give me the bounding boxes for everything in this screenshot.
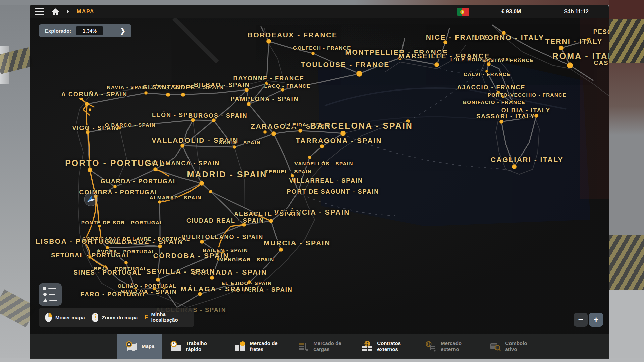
city-label[interactable]: CAS <box>594 60 609 67</box>
scene-floor <box>609 290 644 362</box>
minus-icon: − <box>578 315 583 325</box>
scene-left-wall <box>0 0 30 362</box>
zoom-in-button[interactable]: + <box>589 313 603 327</box>
city-labels: BORDEAUX - FRANCEGOLFECH - FRANCETOULOUS… <box>30 18 609 334</box>
legend-icon <box>43 287 57 302</box>
city-label[interactable]: CIUDAD REAL - SPAIN <box>186 217 264 224</box>
city-label[interactable]: AJACCIO - FRANCE <box>457 84 525 91</box>
menu-icon[interactable] <box>35 8 44 15</box>
city-label[interactable]: VANDELLÒS - SPAIN <box>294 161 353 166</box>
home-icon[interactable] <box>51 8 59 15</box>
city-label[interactable]: PAMPLONA - SPAIN <box>231 95 299 102</box>
zoom-map-hint: Zoom do mapa <box>92 313 138 322</box>
tab-contratos-externos[interactable]: Contratos externos <box>354 334 417 359</box>
game-time: Sáb 11:12 <box>564 9 589 15</box>
breadcrumb: MAPA <box>77 9 94 15</box>
city-label[interactable]: BAYONNE - FRANCE <box>233 75 304 82</box>
external-contracts-globe-icon <box>362 341 373 352</box>
city-label[interactable]: LIVORNO - ITALY <box>474 34 544 42</box>
active-convoy-icon <box>489 341 501 352</box>
city-label[interactable]: BONIFACIO - FRANCE <box>463 99 525 105</box>
bottom-tab-bar: Mapa Trabalho rápido Mercado de fretes <box>30 334 609 359</box>
city-label[interactable]: LISBOA - PORTUGAL <box>36 237 122 245</box>
city-label[interactable]: TERNI - ITALY <box>545 37 603 45</box>
city-label[interactable]: OLHÃO - PORTUGAL <box>118 283 177 289</box>
city-label[interactable]: MURCIA - SPAIN <box>264 239 331 247</box>
map-control-hints: Mover mapa Zoom do mapa F Minha localiza… <box>39 308 194 327</box>
tab-mercado-de-cargas[interactable]: Mercado de cargas <box>290 334 354 359</box>
top-bar: MAPA € 93,0M Sáb 11:12 <box>30 5 609 18</box>
city-label[interactable]: BASTIA - FRANCE <box>482 57 534 63</box>
mouse-scroll-wheel-icon <box>92 313 99 322</box>
city-label[interactable]: BURGOS - SPAIN <box>188 112 248 119</box>
city-label[interactable]: VILLARREAL - SPAIN <box>289 177 363 184</box>
city-label[interactable]: MADRID - SPAIN <box>187 170 267 179</box>
tab-mapa[interactable]: Mapa <box>117 334 162 359</box>
explored-value: 1.34% <box>76 26 103 35</box>
city-label[interactable]: TERUEL - SPAIN <box>265 168 312 174</box>
scene-ceiling <box>0 0 644 5</box>
scene-ceiling-red <box>609 0 644 19</box>
tab-mercado-de-fretes[interactable]: Mercado de fretes <box>226 334 290 359</box>
city-label[interactable]: FARO - PORTUGAL <box>80 291 147 298</box>
my-location-hint: F Minha localização <box>144 312 188 323</box>
breadcrumb-chevron-icon <box>67 10 69 14</box>
city-label[interactable]: O BARCO - SPAIN <box>105 122 156 127</box>
city-label[interactable]: GUARDA - PORTUGAL <box>101 178 177 185</box>
city-label[interactable]: PORTO - PORTUGAL <box>65 158 165 168</box>
scene-door <box>609 63 644 135</box>
city-label[interactable]: PESCARA - ITALY <box>593 28 609 36</box>
city-label[interactable]: PUERTOLLANO - SPAIN <box>181 234 263 241</box>
city-label[interactable]: BORDEAUX - FRANCE <box>248 31 338 39</box>
city-label[interactable]: PORTO-VECCHIO - FRANCE <box>488 92 567 98</box>
city-label[interactable]: SINES - PORTUGAL <box>74 269 142 276</box>
scene-right-wall <box>609 0 644 362</box>
city-label[interactable]: SORIA - SPAIN <box>219 140 261 145</box>
zoom-out-button[interactable]: − <box>574 313 588 327</box>
scene-floor-strip <box>0 358 644 362</box>
world-map[interactable]: BORDEAUX - FRANCEGOLFECH - FRANCETOULOUS… <box>30 18 609 334</box>
hazard-stripe <box>609 19 644 63</box>
player-position-marker[interactable] <box>83 192 99 208</box>
city-label[interactable]: LACQ - FRANCE <box>264 83 311 89</box>
city-label[interactable]: MÁLAGA - SPAIN <box>181 285 251 293</box>
plus-icon: + <box>593 315 598 325</box>
city-label[interactable]: TOULOUSE - FRANCE <box>301 61 390 69</box>
portugal-flag-icon <box>457 8 469 16</box>
city-label[interactable]: GOLFECH - FRANCE <box>293 45 351 51</box>
f-key-badge: F <box>144 314 148 321</box>
explored-expand-button[interactable]: ❯ <box>117 27 128 35</box>
city-label[interactable]: CALVI - FRANCE <box>464 71 511 77</box>
explored-widget: Explorado: 1.34% ❯ <box>39 24 131 37</box>
map-legend-button[interactable] <box>39 283 62 306</box>
city-label[interactable]: BILBAO - SPAIN <box>194 82 250 89</box>
city-label[interactable]: CAGLIARI - ITALY <box>491 156 564 164</box>
tab-mercado-externo[interactable]: Mercado externo <box>417 334 481 359</box>
city-label[interactable]: ALBACETE - SPAIN <box>234 210 301 217</box>
city-label[interactable]: MENGÍBAR - SPAIN <box>219 257 274 262</box>
move-map-hint: Mover mapa <box>45 313 85 322</box>
city-label[interactable]: SETÚBAL - PORTUGAL <box>51 252 131 259</box>
map-panel: MAPA € 93,0M Sáb 11:12 <box>30 5 609 359</box>
tab-trabalho-rapido[interactable]: Trabalho rápido <box>162 334 226 359</box>
map-compass-icon <box>125 341 138 352</box>
freight-market-icon <box>234 341 246 352</box>
city-label[interactable]: SASSARI - ITALY <box>476 113 535 120</box>
city-label[interactable]: TARRAGONA - SPAIN <box>296 137 382 145</box>
mouse-right-button-icon <box>45 313 52 322</box>
hazard-stripe <box>609 235 644 290</box>
city-label[interactable]: NAVIA - SPAIN <box>107 84 148 90</box>
city-label[interactable]: BAILÉN - SPAIN <box>203 247 248 253</box>
city-label[interactable]: PORT DE SAGUNT - SPAIN <box>287 188 379 195</box>
cargo-market-icon <box>298 341 309 352</box>
city-label[interactable]: CÓRDOBA - SPAIN <box>153 252 229 260</box>
quick-job-clock-icon <box>170 341 182 352</box>
explored-label: Explorado: <box>45 28 71 34</box>
city-label[interactable]: A CORUÑA - SPAIN <box>61 90 127 98</box>
city-label[interactable]: PONTE DE SOR - PORTUGAL <box>81 220 163 225</box>
city-label[interactable]: SEVILLA - SPAIN <box>146 267 215 276</box>
player-money: € 93,0M <box>501 9 521 15</box>
tab-comboio-ativo[interactable]: Comboio ativo <box>481 334 545 359</box>
external-market-icon <box>425 341 437 352</box>
city-label[interactable]: BARCELONA - SPAIN <box>310 121 413 130</box>
